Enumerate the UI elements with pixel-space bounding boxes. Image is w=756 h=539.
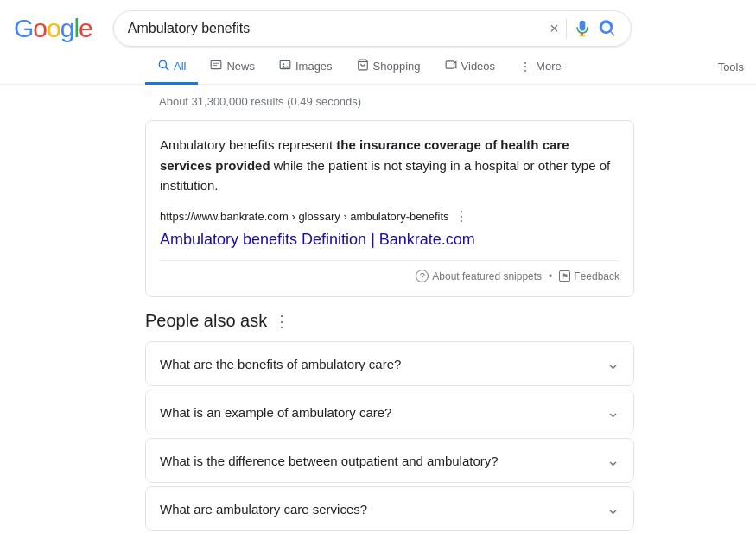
tab-shopping-label: Shopping [373,60,421,73]
tab-shopping[interactable]: Shopping [345,50,433,85]
search-bar: × [113,10,632,47]
tab-all[interactable]: All [145,50,198,85]
chevron-down-icon-2: ⌄ [607,403,619,422]
tab-news[interactable]: News [198,50,267,85]
main-content: About 31,300,000 results (0.49 seconds) … [0,85,648,539]
tab-news-label: News [226,60,255,73]
logo-letter-o1: o [33,14,47,42]
snippet-text: Ambulatory benefits represent the insura… [160,135,619,196]
voice-search-icon[interactable] [574,20,591,37]
svg-point-8 [283,63,284,65]
search-input[interactable] [128,21,543,36]
logo-letter-o2: o [47,14,60,42]
news-icon [210,59,222,73]
logo-letter-g2: g [60,14,74,42]
videos-icon [445,59,457,73]
svg-line-3 [166,67,168,70]
source-menu-icon[interactable]: ⋮ [454,208,468,225]
snippet-source: https://www.bankrate.com › glossary › am… [160,208,619,225]
shopping-icon [357,59,369,73]
snippet-feedback-label: Feedback [574,270,619,282]
chevron-down-icon-4: ⌄ [607,499,619,518]
paa-question-1-text: What are the benefits of ambulatory care… [160,357,401,371]
paa-item-2: What is an example of ambulatory care? ⌄ [145,390,634,434]
source-url: https://www.bankrate.com › glossary › am… [160,210,449,223]
snippet-title-link[interactable]: Ambulatory benefits Definition | Bankrat… [160,231,475,248]
paa-question-1[interactable]: What are the benefits of ambulatory care… [146,342,633,385]
snippet-footer: ? About featured snippets • ⚑ Feedback [160,260,619,282]
snippet-title: Ambulatory benefits Definition | Bankrat… [160,230,619,250]
paa-menu-icon[interactable]: ⋮ [274,312,289,331]
paa-title: People also ask [145,311,267,331]
people-also-ask-section: People also ask ⋮ What are the benefits … [145,311,648,531]
paa-question-4[interactable]: What are ambulatory care services? ⌄ [146,487,633,530]
tab-videos-label: Videos [461,60,496,73]
tab-more-label: More [536,60,562,73]
all-icon [157,59,169,73]
featured-snippet: Ambulatory benefits represent the insura… [145,120,634,297]
tab-all-label: All [174,60,186,73]
paa-question-2[interactable]: What is an example of ambulatory care? ⌄ [146,390,633,434]
paa-question-2-text: What is an example of ambulatory care? [160,405,391,420]
paa-item-4: What are ambulatory care services? ⌄ [145,486,634,531]
tab-videos[interactable]: Videos [433,50,508,85]
header: Google × [0,0,756,47]
tab-images[interactable]: Images [267,50,345,85]
help-icon: ? [416,270,429,282]
chevron-down-icon-3: ⌄ [607,451,619,470]
feedback-icon: ⚑ [559,270,570,282]
tools-button[interactable]: Tools [706,52,756,82]
results-count: About 31,300,000 results (0.49 seconds) [145,95,648,108]
paa-item-3: What is the difference between outpatien… [145,438,634,483]
divider [566,18,567,39]
tab-images-label: Images [295,60,333,73]
dot-separator: • [549,270,552,282]
snippet-feedback-link[interactable]: ⚑ Feedback [559,270,619,282]
snippet-text-before: Ambulatory benefits represent [160,137,336,152]
more-icon: ⋮ [519,60,531,73]
paa-header: People also ask ⋮ [145,311,634,331]
logo-letter-e: e [79,14,92,42]
chevron-down-icon-1: ⌄ [607,354,619,373]
google-logo[interactable]: Google [14,14,92,43]
clear-search-icon[interactable]: × [550,20,559,38]
paa-question-4-text: What are ambulatory care services? [160,502,367,517]
images-icon [279,59,291,73]
paa-item-1: What are the benefits of ambulatory care… [145,341,634,386]
tab-more[interactable]: ⋮ More [507,51,574,85]
about-snippets-label: About featured snippets [432,270,542,282]
about-snippets-link[interactable]: ? About featured snippets [416,270,542,282]
nav-tabs: All News Images Shopping Videos ⋮ More T… [0,47,756,85]
paa-question-3[interactable]: What is the difference between outpatien… [146,439,633,482]
search-submit-icon[interactable] [598,19,617,38]
paa-question-3-text: What is the difference between outpatien… [160,453,499,468]
svg-rect-10 [446,61,454,68]
logo-letter-g: G [14,14,33,42]
svg-rect-4 [212,60,222,68]
